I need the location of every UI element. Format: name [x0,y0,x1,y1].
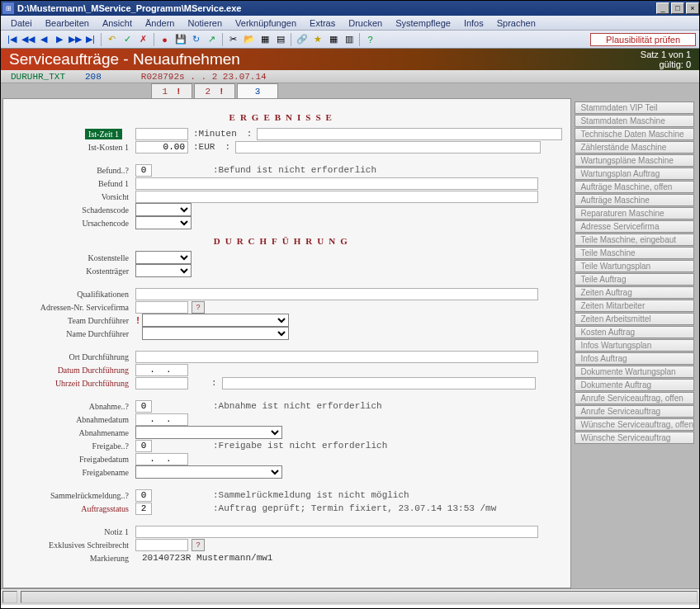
side-button-5[interactable]: Wartungsplan Auftrag [575,168,694,180]
lbl-notiz1: Notiz 1 [3,527,135,536]
side-button-21[interactable]: Dokumente Auftrag [575,379,694,391]
menu-sprachen[interactable]: Sprachen [490,17,542,30]
close-button[interactable]: × [686,2,699,14]
qualifikationen-input[interactable] [135,288,538,300]
ortdf-input[interactable] [135,351,538,363]
tool2-icon[interactable]: ▤ [273,32,287,46]
menu-datei[interactable]: Datei [4,17,39,30]
menu-drucken[interactable]: Drucken [342,17,389,30]
teamdf-select[interactable] [142,314,289,327]
side-button-19[interactable]: Infos Auftrag [575,352,694,365]
istkosten-desc-input[interactable] [235,141,541,153]
menu-ansicht[interactable]: Ansicht [96,17,139,30]
uhrzeitdf-input[interactable] [135,377,188,389]
kostentraeger-select[interactable] [135,264,192,277]
first-record-icon[interactable]: |◀ [5,32,19,46]
prev-page-icon[interactable]: ◀◀ [21,32,35,46]
vorsicht-input[interactable] [135,191,538,203]
minimize-button[interactable]: _ [656,2,669,14]
menu-notieren[interactable]: Notieren [181,17,229,30]
side-button-3[interactable]: Zählerstände Maschine [575,141,694,153]
calc-icon[interactable]: ▦ [326,32,340,46]
adrnr-input[interactable] [135,301,188,314]
side-button-23[interactable]: Anrufe Serviceauftrag [575,405,694,418]
sammelq-input[interactable] [135,489,152,502]
menu-bearbeiten[interactable]: Bearbeiten [39,17,96,30]
side-button-6[interactable]: Aufträge Maschine, offen [575,181,694,193]
side-button-20[interactable]: Dokumente Wartungsplan [575,366,694,378]
side-button-15[interactable]: Zeiten Mitarbeiter [575,300,694,312]
help-icon[interactable]: ? [363,32,377,46]
menu-verknuepfungen[interactable]: Verknüpfungen [229,17,303,30]
freigabedatum-input[interactable] [135,453,188,465]
menu-systempflege[interactable]: Systempflege [389,17,457,30]
uhrzeit-desc-input[interactable] [222,377,536,389]
namedf-select[interactable] [142,327,289,340]
lbl-uhrzeitdf: Uhrzeit Durchführung [3,379,135,388]
befund1-input[interactable] [135,177,538,190]
side-button-25[interactable]: Wünsche Serviceauftrag [575,432,694,444]
freigabename-select[interactable] [135,465,282,479]
side-button-8[interactable]: Reparaturen Maschine [575,207,694,220]
next-page-icon[interactable]: ▶▶ [68,32,82,46]
side-button-7[interactable]: Aufträge Maschine [575,194,694,206]
accept-icon[interactable]: ✓ [121,32,135,46]
side-button-11[interactable]: Teile Maschine [575,247,694,259]
side-button-12[interactable]: Teile Wartungsplan [575,260,694,272]
plausibility-button[interactable]: Plausibilität prüfen [590,33,696,46]
side-button-9[interactable]: Adresse Servicefirma [575,220,694,233]
auftragsstatus-input[interactable] [135,503,152,515]
datumdf-input[interactable] [135,364,188,376]
freigabeq-input[interactable] [135,440,152,452]
refresh-icon[interactable]: ↻ [189,32,203,46]
undo-icon[interactable]: ↶ [105,32,119,46]
tab-2[interactable]: 2! [194,83,235,98]
exschreib-lookup-button[interactable]: ? [192,539,205,551]
form-icon[interactable]: ▥ [342,32,356,46]
tab-3[interactable]: 3 [237,83,278,98]
abnahmeq-input[interactable] [135,400,152,413]
side-button-4[interactable]: Wartungspläne Maschine [575,154,694,167]
menu-aendern[interactable]: Ändern [139,17,181,30]
export-icon[interactable]: ↗ [205,32,219,46]
abnahmedatum-input[interactable] [135,413,188,426]
menu-extras[interactable]: Extras [303,17,342,30]
side-button-13[interactable]: Teile Auftrag [575,273,694,286]
istkosten-input[interactable] [135,141,188,153]
ursachencode-select[interactable] [135,216,192,229]
adrnr-lookup-button[interactable]: ? [192,301,205,314]
cut-icon[interactable]: ✂ [226,32,240,46]
maximize-button[interactable]: □ [671,2,684,14]
side-button-10[interactable]: Teile Maschine, eingebaut [575,234,694,246]
next-record-icon[interactable]: ▶ [52,32,66,46]
star-icon[interactable]: ★ [310,32,324,46]
notiz1-input[interactable] [135,526,538,538]
side-button-14[interactable]: Zeiten Auftrag [575,286,694,299]
side-button-16[interactable]: Zeiten Arbeitsmittel [575,313,694,325]
last-record-icon[interactable]: ▶| [83,32,97,46]
side-button-2[interactable]: Technische Daten Maschine [575,128,694,140]
save-icon[interactable]: 💾 [173,32,187,46]
side-button-1[interactable]: Stammdaten Maschine [575,115,694,127]
open-icon[interactable]: 📂 [242,32,256,46]
exschreib-input[interactable] [135,539,188,551]
abnahmename-select[interactable] [135,426,282,439]
link-icon[interactable]: 🔗 [295,32,309,46]
schadenscode-select[interactable] [135,203,192,216]
record-icon[interactable]: ● [158,32,172,46]
side-button-0[interactable]: Stammdaten VIP Teil [575,102,694,114]
istzeit-input[interactable] [135,128,188,140]
kostenstelle-select[interactable] [135,251,192,264]
lbl-exschreib: Exklusives Schreibrecht [3,541,135,550]
side-button-24[interactable]: Wünsche Serviceauftrag, offen [575,418,694,431]
prev-record-icon[interactable]: ◀ [36,32,50,46]
befundq-input[interactable] [135,164,152,177]
cancel-icon[interactable]: ✗ [136,32,150,46]
tab-1[interactable]: 1! [151,83,192,98]
side-button-17[interactable]: Kosten Auftrag [575,326,694,338]
side-button-18[interactable]: Infos Wartungsplan [575,339,694,352]
tool1-icon[interactable]: ▦ [258,32,272,46]
side-button-22[interactable]: Anrufe Serviceauftrag, offen [575,392,694,404]
istzeit-desc-input[interactable] [257,128,562,140]
menu-infos[interactable]: Infos [457,17,490,30]
